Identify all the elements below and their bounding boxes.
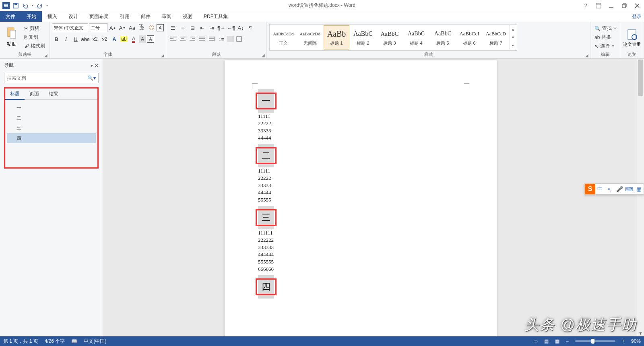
multilevel-icon[interactable]: ⊟ bbox=[188, 23, 197, 32]
qat-save-icon[interactable] bbox=[11, 1, 20, 10]
zoom-slider[interactable] bbox=[575, 340, 615, 342]
find-button[interactable]: 🔍查找▾ bbox=[593, 25, 617, 33]
align-right-icon[interactable] bbox=[188, 35, 197, 43]
ime-punct-icon[interactable]: •, bbox=[605, 186, 615, 192]
tab-pdf[interactable]: PDF工具集 bbox=[198, 11, 233, 22]
change-case-icon[interactable]: Aa bbox=[128, 23, 136, 32]
style-item-标题6[interactable]: AaBbCcI标题 6 bbox=[456, 25, 482, 49]
help-button[interactable]: ? bbox=[580, 2, 591, 10]
numbering-icon[interactable]: ≡ bbox=[178, 23, 187, 32]
doc-body-line[interactable]: 333333 bbox=[258, 244, 463, 251]
doc-body-line[interactable]: 666666 bbox=[258, 266, 463, 273]
status-words[interactable]: 4/26 个字 bbox=[45, 338, 65, 345]
gallery-row-up-icon[interactable]: ▲ bbox=[510, 25, 516, 33]
show-marks-icon[interactable]: ¶ bbox=[246, 23, 255, 32]
vertical-scrollbar[interactable]: ▲ ▼ bbox=[637, 59, 644, 336]
shading-icon[interactable] bbox=[227, 36, 234, 42]
gallery-row-down-icon[interactable]: ▼ bbox=[510, 33, 516, 41]
bullets-icon[interactable]: ☰ bbox=[169, 23, 178, 32]
paste-button[interactable]: 粘贴 bbox=[2, 24, 21, 51]
underline-button[interactable]: U bbox=[71, 35, 80, 43]
doc-body-line[interactable]: 111111 bbox=[258, 229, 463, 237]
rtl-icon[interactable]: ←¶ bbox=[227, 23, 235, 32]
superscript-button[interactable]: x2 bbox=[100, 35, 109, 43]
ime-toolbar[interactable]: S 中 •, 🎤 ⌨ ▦ bbox=[584, 183, 644, 195]
style-item-标题4[interactable]: AaBbC标题 4 bbox=[403, 25, 429, 49]
paragraph-launcher-icon[interactable]: ◢ bbox=[261, 53, 266, 58]
minimize-button[interactable] bbox=[606, 2, 617, 10]
align-center-icon[interactable] bbox=[178, 35, 187, 43]
increase-indent-icon[interactable]: ⇥ bbox=[207, 23, 216, 32]
nav-search-input[interactable] bbox=[7, 75, 87, 81]
qat-customize[interactable]: ▾ bbox=[45, 1, 49, 10]
tab-layout[interactable]: 页面布局 bbox=[84, 11, 114, 22]
nav-heading-item[interactable]: 一 bbox=[7, 103, 96, 113]
close-button[interactable] bbox=[632, 2, 642, 10]
copy-button[interactable]: ⎘复制 bbox=[23, 33, 47, 41]
distribute-icon[interactable] bbox=[207, 35, 216, 43]
doc-body-line[interactable]: 22222 bbox=[258, 175, 463, 182]
font-size-combo[interactable]: 二号 bbox=[89, 23, 107, 32]
doc-body-line[interactable]: 33333 bbox=[258, 182, 463, 189]
replace-button[interactable]: ab替换 bbox=[593, 33, 617, 41]
scroll-down-icon[interactable]: ▼ bbox=[637, 330, 644, 336]
nav-tab-results[interactable]: 结果 bbox=[44, 89, 63, 99]
sort-icon[interactable]: A↓ bbox=[236, 23, 245, 32]
style-item-标题5[interactable]: AaBbC标题 5 bbox=[430, 25, 456, 49]
tab-mailings[interactable]: 邮件 bbox=[135, 11, 156, 22]
status-language[interactable]: 中文(中国) bbox=[84, 338, 106, 345]
restore-button[interactable] bbox=[619, 2, 630, 10]
style-item-正文[interactable]: AaBbCcDd正文 bbox=[270, 25, 296, 49]
doc-body-line[interactable]: 222222 bbox=[258, 237, 463, 244]
nav-heading-item[interactable]: 三 bbox=[7, 123, 96, 133]
nav-tab-headings[interactable]: 标题 bbox=[5, 89, 25, 100]
zoom-out-icon[interactable]: − bbox=[566, 338, 569, 344]
status-page[interactable]: 第 1 页，共 1 页 bbox=[3, 338, 38, 345]
ime-mic-icon[interactable]: 🎤 bbox=[615, 186, 624, 192]
view-web-icon[interactable]: ▦ bbox=[555, 338, 559, 344]
view-read-icon[interactable]: ▭ bbox=[533, 338, 538, 344]
qat-undo-more[interactable]: ▾ bbox=[31, 1, 35, 10]
nav-heading-item[interactable]: 四 bbox=[7, 133, 96, 143]
clipboard-launcher-icon[interactable]: ◢ bbox=[43, 53, 48, 58]
text-effects-icon[interactable]: A bbox=[110, 35, 119, 43]
align-left-icon[interactable] bbox=[169, 35, 178, 43]
cut-button[interactable]: ✂剪切 bbox=[23, 25, 47, 33]
style-item-标题3[interactable]: AaBbC标题 3 bbox=[377, 25, 402, 49]
nav-pin-icon[interactable]: ▾ bbox=[91, 63, 93, 68]
doc-body-line[interactable]: 55555 bbox=[258, 196, 463, 204]
document-area[interactable]: 一11111222223333344444二111112222233333444… bbox=[103, 59, 644, 336]
qat-redo-icon[interactable] bbox=[35, 1, 44, 10]
font-name-combo[interactable]: 宋体 (中文正文 bbox=[52, 23, 88, 32]
gallery-expand-icon[interactable]: ▾ bbox=[510, 41, 516, 49]
doc-body-line[interactable]: 44444 bbox=[258, 134, 463, 142]
login-link[interactable]: 登录 bbox=[632, 11, 642, 22]
doc-body-line[interactable]: 11111 bbox=[258, 113, 463, 120]
zoom-level[interactable]: 90% bbox=[631, 338, 641, 344]
doc-body-line[interactable]: 11111 bbox=[258, 167, 463, 175]
nav-search[interactable]: 🔍▾ bbox=[4, 73, 99, 83]
line-spacing-icon[interactable]: ↕≡ bbox=[217, 35, 226, 43]
grow-font-icon[interactable]: A▲ bbox=[108, 23, 117, 32]
style-item-无间隔[interactable]: AaBbCcDd无间隔 bbox=[297, 25, 323, 49]
tab-design[interactable]: 设计 bbox=[63, 11, 84, 22]
clear-format-icon[interactable]: Ⓐ bbox=[147, 23, 156, 32]
char-shading-icon[interactable]: A bbox=[139, 35, 146, 43]
font-launcher-icon[interactable]: ◢ bbox=[160, 53, 165, 58]
decrease-indent-icon[interactable]: ⇤ bbox=[198, 23, 206, 32]
search-icon[interactable]: 🔍▾ bbox=[87, 75, 96, 81]
enclose-char-icon[interactable]: A bbox=[157, 24, 164, 31]
highlight-icon[interactable]: ab bbox=[120, 35, 128, 43]
select-button[interactable]: ↖选择▾ bbox=[593, 42, 617, 50]
ime-keyboard-icon[interactable]: ⌨ bbox=[624, 186, 634, 192]
page[interactable]: 一11111222223333344444二111112222233333444… bbox=[225, 60, 497, 336]
font-color-icon[interactable]: A bbox=[129, 35, 138, 43]
status-proofing-icon[interactable]: 📖 bbox=[71, 338, 77, 344]
ime-menu-icon[interactable]: ▦ bbox=[634, 186, 644, 192]
page-content[interactable]: 一11111222223333344444二111112222233333444… bbox=[258, 89, 463, 301]
strike-button[interactable]: abc bbox=[81, 35, 90, 43]
zoom-in-icon[interactable]: + bbox=[622, 338, 625, 344]
bold-button[interactable]: B bbox=[52, 35, 61, 43]
tab-file[interactable]: 文件 bbox=[0, 11, 21, 22]
align-justify-icon[interactable] bbox=[198, 35, 206, 43]
